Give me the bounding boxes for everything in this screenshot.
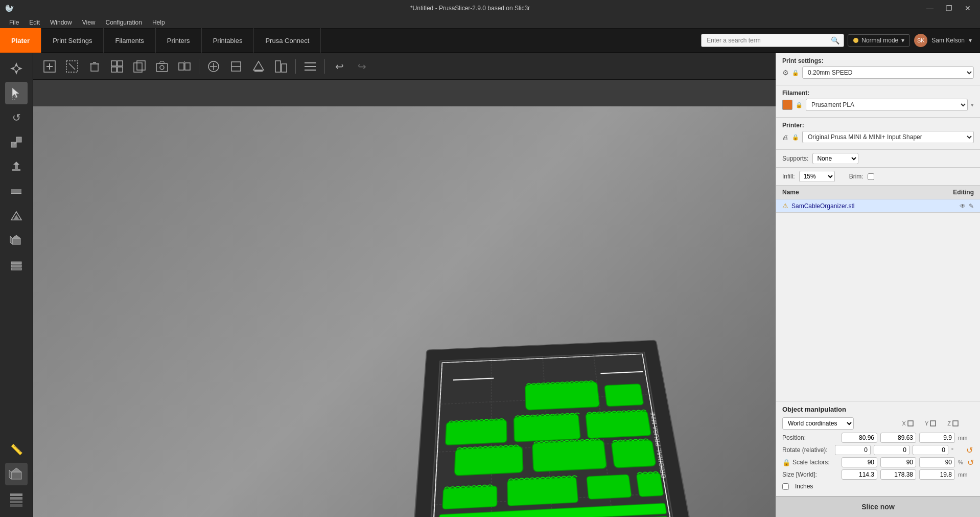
tab-printables[interactable]: Printables xyxy=(202,28,254,53)
scale-y-input[interactable] xyxy=(880,457,916,467)
table-row[interactable]: ⚠ SamCableOrganizer.stl 👁 ✎ xyxy=(776,199,980,213)
split-btn[interactable] xyxy=(174,56,195,77)
grid-arrange-btn[interactable] xyxy=(107,56,127,77)
position-y-input[interactable] xyxy=(880,433,916,443)
svg-rect-15 xyxy=(12,238,20,244)
svg-rect-81 xyxy=(586,474,631,499)
viewport[interactable]: ORIGINAL PRUSA MINI xyxy=(33,106,776,517)
size-x-input[interactable] xyxy=(842,469,877,480)
arrange-btn[interactable] xyxy=(271,56,291,77)
orient-btn[interactable] xyxy=(248,56,269,77)
screenshot-btn[interactable] xyxy=(152,56,172,77)
scale-x-input[interactable] xyxy=(842,457,877,467)
redo-btn[interactable]: ↪ xyxy=(352,56,372,77)
rotate-y-input[interactable] xyxy=(874,445,909,455)
filament-select[interactable]: Prusament PLA xyxy=(806,99,968,111)
delete-btn[interactable] xyxy=(84,56,105,77)
tool-scale[interactable] xyxy=(5,131,28,153)
rotate-z-input[interactable] xyxy=(913,445,948,455)
tool-layers[interactable] xyxy=(5,254,28,276)
obj-list-header: Name Editing xyxy=(776,186,980,199)
maximize-button[interactable]: ❐ xyxy=(942,3,956,13)
inches-checkbox[interactable] xyxy=(782,483,789,490)
rotate-reset-btn[interactable]: ↺ xyxy=(965,445,974,455)
copy-btn[interactable] xyxy=(129,56,150,77)
tab-prusa-connect[interactable]: Prusa Connect xyxy=(254,28,321,53)
tool-measure[interactable]: 📏 xyxy=(5,438,28,461)
svg-rect-88 xyxy=(586,411,651,438)
svg-rect-20 xyxy=(11,268,21,270)
tool-select[interactable] xyxy=(5,82,28,104)
infill-select[interactable]: 15% xyxy=(799,171,835,182)
tool-navigate[interactable] xyxy=(5,57,28,80)
size-y-input[interactable] xyxy=(880,469,916,480)
svg-marker-23 xyxy=(9,470,11,479)
svg-marker-2 xyxy=(10,66,15,71)
toolbar: ↩ ↪ xyxy=(33,53,776,80)
cut-tool-btn[interactable] xyxy=(226,56,246,77)
svg-rect-26 xyxy=(10,501,22,503)
printer-label: Printer: xyxy=(782,122,974,129)
tool-rotate-object[interactable]: ↺ xyxy=(5,106,28,129)
size-z-input[interactable] xyxy=(919,469,955,480)
print-settings-select[interactable]: 0.20mm SPEED xyxy=(802,66,974,79)
tool-3d-view[interactable] xyxy=(5,229,28,252)
edit-icon[interactable]: ✎ xyxy=(969,203,974,210)
menu-edit[interactable]: Edit xyxy=(24,18,45,27)
menu-help[interactable]: Help xyxy=(147,18,170,27)
tab-print-settings[interactable]: Print Settings xyxy=(41,28,104,53)
menu-view[interactable]: View xyxy=(77,18,101,27)
view-3d[interactable] xyxy=(5,463,28,485)
coord-system-select[interactable]: World coordinates Local coordinates xyxy=(782,417,854,430)
slice-btn-container: Slice now xyxy=(776,496,980,517)
svg-rect-6 xyxy=(16,137,21,142)
menu-configuration[interactable]: Configuration xyxy=(101,18,147,27)
visibility-icon[interactable]: 👁 xyxy=(960,203,966,210)
tab-filaments[interactable]: Filaments xyxy=(104,28,155,53)
search-icon: 🔍 xyxy=(831,36,839,44)
add-object-btn[interactable] xyxy=(39,56,60,77)
svg-rect-56 xyxy=(282,64,287,72)
undo-btn[interactable]: ↩ xyxy=(329,56,349,77)
object-name: SamCableOrganizer.stl xyxy=(791,203,956,210)
position-z-input[interactable] xyxy=(919,433,955,443)
close-button[interactable]: ✕ xyxy=(961,3,975,13)
svg-point-43 xyxy=(160,65,164,70)
tab-plater[interactable]: Plater xyxy=(0,28,41,53)
svg-rect-97 xyxy=(908,421,913,426)
add-shape-btn[interactable] xyxy=(203,56,224,77)
rotate-unit: ° xyxy=(951,447,962,453)
navbar: Plater Print Settings Filaments Printers… xyxy=(0,29,980,53)
svg-rect-99 xyxy=(953,421,958,426)
supports-select[interactable]: None xyxy=(812,153,858,164)
select-arrange-btn[interactable] xyxy=(62,56,82,77)
scale-reset-btn[interactable]: ↺ xyxy=(966,458,975,467)
scale-z-input[interactable] xyxy=(919,457,955,467)
tool-cut[interactable] xyxy=(5,180,28,203)
slice-now-button[interactable]: Slice now xyxy=(776,496,980,517)
printer-select[interactable]: Original Prusa MINI & MINI+ Input Shaper xyxy=(802,131,974,143)
svg-rect-45 xyxy=(179,63,184,70)
svg-marker-16 xyxy=(12,235,20,238)
rotate-x-input[interactable] xyxy=(835,445,871,455)
svg-rect-39 xyxy=(118,67,123,72)
svg-rect-25 xyxy=(10,497,22,500)
search-input[interactable] xyxy=(701,34,844,47)
svg-marker-3 xyxy=(17,66,22,71)
svg-rect-27 xyxy=(10,504,22,507)
menu-window[interactable]: Window xyxy=(45,18,77,27)
svg-rect-87 xyxy=(514,414,580,442)
menu-file[interactable]: File xyxy=(4,18,24,27)
svg-rect-82 xyxy=(636,473,663,496)
tool-place[interactable] xyxy=(5,155,28,178)
mode-selector[interactable]: Normal mode ▾ xyxy=(848,34,910,47)
brim-checkbox[interactable] xyxy=(868,173,874,180)
view-layers[interactable] xyxy=(5,487,28,510)
position-x-input[interactable] xyxy=(842,433,877,443)
tab-printers[interactable]: Printers xyxy=(156,28,202,53)
search-container: 🔍 xyxy=(701,34,839,47)
minimize-button[interactable]: — xyxy=(922,3,938,13)
list-view-btn[interactable] xyxy=(300,56,320,77)
tool-emboss[interactable] xyxy=(5,205,28,227)
print-settings-row: ⚙ 🔒 0.20mm SPEED xyxy=(782,66,974,79)
